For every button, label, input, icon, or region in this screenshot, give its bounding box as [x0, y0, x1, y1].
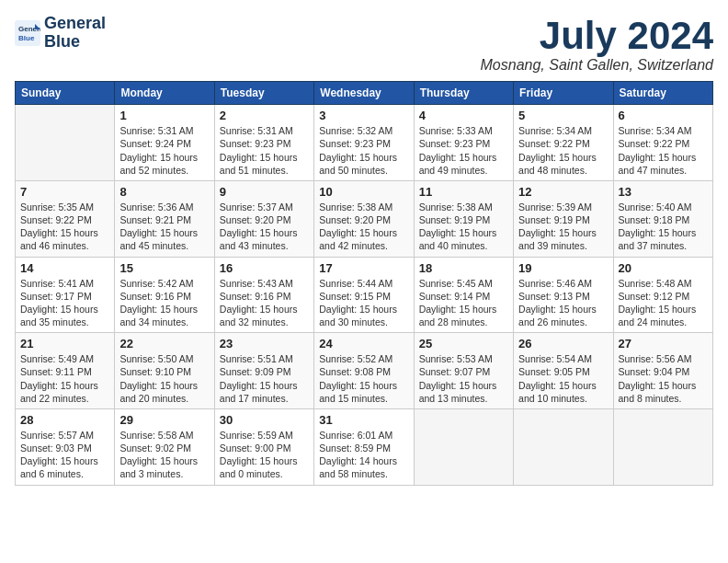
calendar-cell: 17Sunrise: 5:44 AM Sunset: 9:15 PM Dayli…	[314, 257, 414, 333]
day-number: 21	[20, 337, 109, 350]
calendar-cell: 1Sunrise: 5:31 AM Sunset: 9:24 PM Daylig…	[115, 105, 214, 181]
calendar-cell: 4Sunrise: 5:33 AM Sunset: 9:23 PM Daylig…	[414, 105, 513, 181]
cell-content: Sunrise: 5:34 AM Sunset: 9:22 PM Dayligh…	[518, 124, 608, 177]
cell-content: Sunrise: 5:51 AM Sunset: 9:09 PM Dayligh…	[220, 352, 309, 405]
day-number: 1	[119, 109, 209, 122]
day-number: 12	[518, 185, 608, 199]
day-number: 5	[518, 109, 608, 122]
cell-content: Sunrise: 5:50 AM Sunset: 9:10 PM Dayligh…	[119, 352, 209, 405]
svg-text:Blue: Blue	[18, 34, 35, 42]
cell-content: Sunrise: 5:35 AM Sunset: 9:22 PM Dayligh…	[20, 201, 109, 253]
day-number: 25	[419, 337, 508, 350]
cell-content: Sunrise: 5:38 AM Sunset: 9:19 PM Dayligh…	[419, 201, 508, 253]
calendar-cell: 10Sunrise: 5:38 AM Sunset: 9:20 PM Dayli…	[314, 180, 414, 257]
header: General Blue General Blue July 2024 Mosn…	[15, 15, 713, 74]
logo-line1: General	[44, 15, 106, 33]
cell-content: Sunrise: 5:40 AM Sunset: 9:18 PM Dayligh…	[619, 201, 708, 253]
calendar-cell: 30Sunrise: 5:59 AM Sunset: 9:00 PM Dayli…	[214, 408, 313, 485]
calendar-cell: 19Sunrise: 5:46 AM Sunset: 9:13 PM Dayli…	[514, 257, 613, 333]
calendar-cell: 20Sunrise: 5:48 AM Sunset: 9:12 PM Dayli…	[613, 257, 712, 333]
calendar-cell: 5Sunrise: 5:34 AM Sunset: 9:22 PM Daylig…	[514, 105, 613, 181]
cell-content: Sunrise: 5:41 AM Sunset: 9:17 PM Dayligh…	[20, 277, 109, 329]
cell-content: Sunrise: 5:34 AM Sunset: 9:22 PM Dayligh…	[619, 124, 708, 177]
day-number: 22	[119, 337, 209, 350]
day-number: 15	[119, 261, 209, 275]
cell-content: Sunrise: 5:42 AM Sunset: 9:16 PM Dayligh…	[119, 277, 209, 329]
logo-text: General Blue	[44, 15, 106, 52]
calendar-cell: 9Sunrise: 5:37 AM Sunset: 9:20 PM Daylig…	[214, 180, 313, 257]
week-row-5: 28Sunrise: 5:57 AM Sunset: 9:03 PM Dayli…	[16, 408, 713, 485]
day-number: 17	[319, 261, 408, 275]
day-number: 18	[419, 261, 508, 275]
day-number: 13	[619, 185, 708, 199]
cell-content: Sunrise: 5:37 AM Sunset: 9:20 PM Dayligh…	[220, 201, 309, 253]
cell-content: Sunrise: 5:31 AM Sunset: 9:23 PM Dayligh…	[220, 124, 309, 177]
calendar-cell: 12Sunrise: 5:39 AM Sunset: 9:19 PM Dayli…	[514, 180, 613, 257]
day-number: 30	[220, 413, 309, 427]
day-number: 3	[319, 109, 408, 122]
calendar-cell: 3Sunrise: 5:32 AM Sunset: 9:23 PM Daylig…	[314, 105, 414, 181]
calendar-cell: 8Sunrise: 5:36 AM Sunset: 9:21 PM Daylig…	[115, 180, 214, 257]
day-number: 14	[20, 261, 109, 275]
week-row-1: 1Sunrise: 5:31 AM Sunset: 9:24 PM Daylig…	[16, 105, 713, 181]
day-header-thursday: Thursday	[414, 82, 513, 105]
calendar-cell: 2Sunrise: 5:31 AM Sunset: 9:23 PM Daylig…	[214, 105, 313, 181]
day-number: 19	[518, 261, 608, 275]
day-number: 31	[319, 413, 408, 427]
day-number: 24	[319, 337, 408, 350]
cell-content: Sunrise: 5:56 AM Sunset: 9:04 PM Dayligh…	[619, 352, 708, 405]
day-number: 2	[220, 109, 309, 122]
day-number: 11	[419, 185, 508, 199]
day-header-wednesday: Wednesday	[314, 82, 414, 105]
calendar-cell: 22Sunrise: 5:50 AM Sunset: 9:10 PM Dayli…	[115, 333, 214, 409]
cell-content: Sunrise: 5:49 AM Sunset: 9:11 PM Dayligh…	[20, 352, 109, 405]
calendar-cell: 18Sunrise: 5:45 AM Sunset: 9:14 PM Dayli…	[414, 257, 513, 333]
calendar-cell: 23Sunrise: 5:51 AM Sunset: 9:09 PM Dayli…	[214, 333, 313, 409]
day-header-row: SundayMondayTuesdayWednesdayThursdayFrid…	[16, 82, 713, 105]
cell-content: Sunrise: 6:01 AM Sunset: 8:59 PM Dayligh…	[319, 429, 408, 481]
cell-content: Sunrise: 5:39 AM Sunset: 9:19 PM Dayligh…	[518, 201, 608, 253]
calendar-cell: 24Sunrise: 5:52 AM Sunset: 9:08 PM Dayli…	[314, 333, 414, 409]
calendar-cell: 29Sunrise: 5:58 AM Sunset: 9:02 PM Dayli…	[115, 408, 214, 485]
cell-content: Sunrise: 5:43 AM Sunset: 9:16 PM Dayligh…	[220, 277, 309, 329]
cell-content: Sunrise: 5:38 AM Sunset: 9:20 PM Dayligh…	[319, 201, 408, 253]
calendar-cell: 27Sunrise: 5:56 AM Sunset: 9:04 PM Dayli…	[613, 333, 712, 409]
cell-content: Sunrise: 5:57 AM Sunset: 9:03 PM Dayligh…	[20, 429, 109, 481]
week-row-4: 21Sunrise: 5:49 AM Sunset: 9:11 PM Dayli…	[16, 333, 713, 409]
calendar-body: 1Sunrise: 5:31 AM Sunset: 9:24 PM Daylig…	[16, 105, 713, 485]
day-header-sunday: Sunday	[16, 82, 115, 105]
calendar-cell: 15Sunrise: 5:42 AM Sunset: 9:16 PM Dayli…	[115, 257, 214, 333]
day-number: 7	[20, 185, 109, 199]
calendar-cell: 6Sunrise: 5:34 AM Sunset: 9:22 PM Daylig…	[613, 105, 712, 181]
calendar-cell: 13Sunrise: 5:40 AM Sunset: 9:18 PM Dayli…	[613, 180, 712, 257]
cell-content: Sunrise: 5:31 AM Sunset: 9:24 PM Dayligh…	[119, 124, 209, 177]
cell-content: Sunrise: 5:44 AM Sunset: 9:15 PM Dayligh…	[319, 277, 408, 329]
day-number: 16	[220, 261, 309, 275]
day-number: 28	[20, 413, 109, 427]
cell-content: Sunrise: 5:52 AM Sunset: 9:08 PM Dayligh…	[319, 352, 408, 405]
location-title: Mosnang, Saint Gallen, Switzerland	[481, 57, 713, 74]
calendar-cell: 26Sunrise: 5:54 AM Sunset: 9:05 PM Dayli…	[514, 333, 613, 409]
logo-line2: Blue	[44, 33, 106, 52]
day-number: 4	[419, 109, 508, 122]
calendar-cell	[414, 408, 513, 485]
day-number: 27	[619, 337, 708, 350]
cell-content: Sunrise: 5:59 AM Sunset: 9:00 PM Dayligh…	[220, 429, 309, 481]
week-row-3: 14Sunrise: 5:41 AM Sunset: 9:17 PM Dayli…	[16, 257, 713, 333]
day-number: 6	[619, 109, 708, 122]
calendar-cell: 7Sunrise: 5:35 AM Sunset: 9:22 PM Daylig…	[16, 180, 115, 257]
calendar-cell: 21Sunrise: 5:49 AM Sunset: 9:11 PM Dayli…	[16, 333, 115, 409]
calendar-cell: 14Sunrise: 5:41 AM Sunset: 9:17 PM Dayli…	[16, 257, 115, 333]
day-number: 8	[119, 185, 209, 199]
day-header-tuesday: Tuesday	[214, 82, 313, 105]
cell-content: Sunrise: 5:53 AM Sunset: 9:07 PM Dayligh…	[419, 352, 508, 405]
logo-icon: General Blue	[15, 20, 40, 46]
calendar-cell: 11Sunrise: 5:38 AM Sunset: 9:19 PM Dayli…	[414, 180, 513, 257]
cell-content: Sunrise: 5:45 AM Sunset: 9:14 PM Dayligh…	[419, 277, 508, 329]
day-number: 26	[518, 337, 608, 350]
calendar-cell	[514, 408, 613, 485]
cell-content: Sunrise: 5:36 AM Sunset: 9:21 PM Dayligh…	[119, 201, 209, 253]
day-number: 20	[619, 261, 708, 275]
cell-content: Sunrise: 5:48 AM Sunset: 9:12 PM Dayligh…	[619, 277, 708, 329]
calendar-table: SundayMondayTuesdayWednesdayThursdayFrid…	[15, 81, 713, 485]
